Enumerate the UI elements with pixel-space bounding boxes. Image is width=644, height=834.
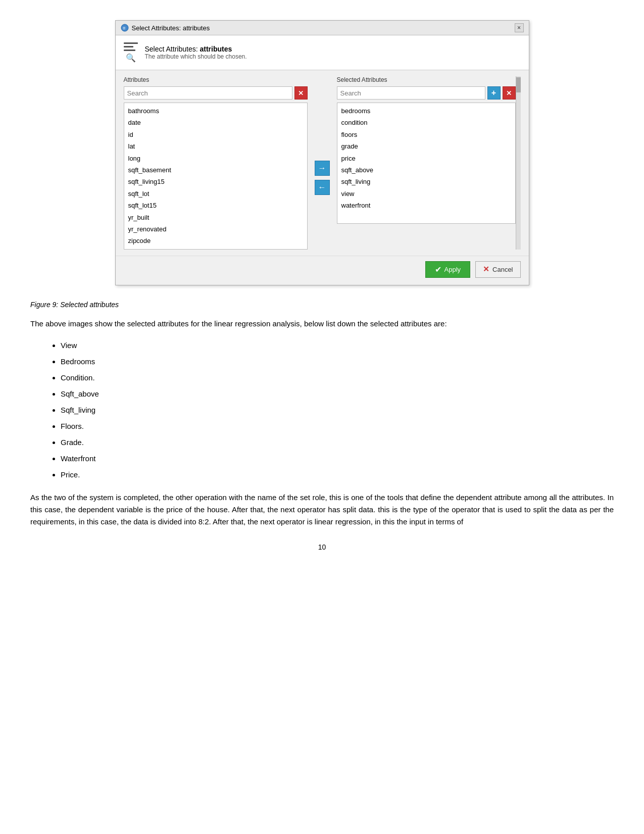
list-item[interactable]: sqft_living bbox=[340, 176, 512, 187]
dialog-titlebar: ≡ Select Attributes: attributes × bbox=[116, 21, 529, 35]
titlebar-icon: ≡ bbox=[121, 24, 129, 32]
list-item[interactable]: sqft_basement bbox=[127, 164, 304, 176]
bullet-item: Sqft_living bbox=[61, 403, 614, 418]
titlebar-left: ≡ Select Attributes: attributes bbox=[121, 24, 210, 32]
titlebar-label: Select Attributes: attributes bbox=[132, 24, 210, 32]
list-item[interactable]: bedrooms bbox=[340, 105, 512, 117]
header-lines-icon bbox=[124, 42, 138, 51]
right-add-button[interactable]: + bbox=[487, 86, 501, 100]
list-item[interactable]: yr_renovated bbox=[127, 223, 304, 235]
selected-panel-label: Selected Attributes bbox=[337, 76, 516, 83]
header-search-icon: 🔍 bbox=[126, 53, 136, 63]
bullet-item: Sqft_above bbox=[61, 386, 614, 402]
selected-listbox[interactable]: bedroomsconditionfloorsgradepricesqft_ab… bbox=[337, 103, 516, 224]
right-search-input[interactable] bbox=[337, 86, 485, 100]
icon-line-3 bbox=[124, 50, 136, 51]
left-clear-button[interactable]: ✕ bbox=[294, 86, 308, 100]
cancel-label: Cancel bbox=[492, 266, 513, 273]
list-item[interactable]: sqft_above bbox=[340, 164, 512, 176]
right-clear-button[interactable]: ✕ bbox=[503, 86, 516, 100]
left-search-input[interactable] bbox=[124, 86, 292, 100]
list-item[interactable]: bathrooms bbox=[127, 105, 304, 117]
bullet-item: View bbox=[61, 338, 614, 353]
page-number: 10 bbox=[30, 543, 614, 551]
paragraph-2: As the two of the system is completed, t… bbox=[30, 492, 614, 528]
select-attributes-dialog: ≡ Select Attributes: attributes × 🔍 Se bbox=[115, 20, 529, 285]
dialog-body: Attributes ✕ bathroomsdateidlatlongsqft_… bbox=[116, 70, 529, 256]
transfer-arrows: → ← bbox=[308, 107, 337, 250]
list-item[interactable]: yr_built bbox=[127, 212, 304, 223]
bullet-item: Waterfront bbox=[61, 451, 614, 466]
bullet-item: Price. bbox=[61, 467, 614, 482]
right-search-bar: + ✕ bbox=[337, 86, 516, 100]
bullet-item: Bedrooms bbox=[61, 354, 614, 369]
list-item[interactable]: floors bbox=[340, 129, 512, 140]
attributes-panel-label: Attributes bbox=[124, 76, 308, 83]
selected-attributes-panel: Selected Attributes + ✕ bedroomsconditio… bbox=[337, 76, 516, 250]
move-right-button[interactable]: → bbox=[315, 161, 330, 176]
list-item[interactable]: sqft_lot15 bbox=[127, 200, 304, 211]
dialog-footer: ✔ Apply ✕ Cancel bbox=[116, 256, 529, 285]
attribute-list: ViewBedroomsCondition.Sqft_aboveSqft_liv… bbox=[61, 338, 614, 482]
figure-caption: Figure 9: Selected attributes bbox=[30, 301, 614, 309]
icon-line-1 bbox=[124, 42, 138, 44]
list-item[interactable]: date bbox=[127, 117, 304, 128]
list-item[interactable]: grade bbox=[340, 140, 512, 152]
selected-panel-wrapper: Selected Attributes + ✕ bedroomsconditio… bbox=[337, 76, 521, 250]
dialog-wrapper: ≡ Select Attributes: attributes × 🔍 Se bbox=[30, 20, 614, 285]
paragraph-1: The above images show the selected attri… bbox=[30, 318, 614, 330]
list-item[interactable]: waterfront bbox=[340, 200, 512, 211]
icon-line-2 bbox=[124, 46, 134, 47]
attributes-panel: Attributes ✕ bathroomsdateidlatlongsqft_… bbox=[124, 76, 308, 250]
scrollbar-thumb bbox=[516, 77, 521, 92]
bullet-item: Condition. bbox=[61, 370, 614, 385]
apply-checkmark-icon: ✔ bbox=[435, 265, 441, 274]
dialog-header-text: Select Attributes: attributes The attrib… bbox=[145, 45, 247, 60]
dialog-header: 🔍 Select Attributes: attributes The attr… bbox=[116, 35, 529, 70]
apply-button[interactable]: ✔ Apply bbox=[425, 261, 471, 278]
attributes-listbox[interactable]: bathroomsdateidlatlongsqft_basementsqft_… bbox=[124, 103, 308, 250]
list-item[interactable]: price bbox=[340, 153, 512, 164]
list-item[interactable]: view bbox=[340, 188, 512, 200]
list-item[interactable]: id bbox=[127, 129, 304, 140]
list-item[interactable]: sqft_lot bbox=[127, 188, 304, 200]
cancel-button[interactable]: ✕ Cancel bbox=[475, 261, 520, 278]
left-search-bar: ✕ bbox=[124, 86, 308, 100]
list-item[interactable]: sqft_living15 bbox=[127, 176, 304, 187]
list-item[interactable]: long bbox=[127, 153, 304, 164]
svg-text:≡: ≡ bbox=[123, 25, 126, 31]
header-icon-block: 🔍 bbox=[124, 42, 138, 63]
cancel-x-icon: ✕ bbox=[483, 265, 489, 274]
dialog-close-button[interactable]: × bbox=[515, 23, 524, 32]
list-item[interactable]: zipcode bbox=[127, 235, 304, 247]
dialog-header-subtitle: The attribute which should be chosen. bbox=[145, 53, 247, 60]
dialog-header-title: Select Attributes: attributes bbox=[145, 45, 247, 53]
apply-label: Apply bbox=[444, 266, 461, 273]
scrollbar[interactable] bbox=[516, 76, 521, 250]
list-item[interactable]: condition bbox=[340, 117, 512, 128]
list-item[interactable]: lat bbox=[127, 140, 304, 152]
bullet-item: Floors. bbox=[61, 419, 614, 434]
bullet-item: Grade. bbox=[61, 435, 614, 450]
move-left-button[interactable]: ← bbox=[315, 180, 330, 195]
